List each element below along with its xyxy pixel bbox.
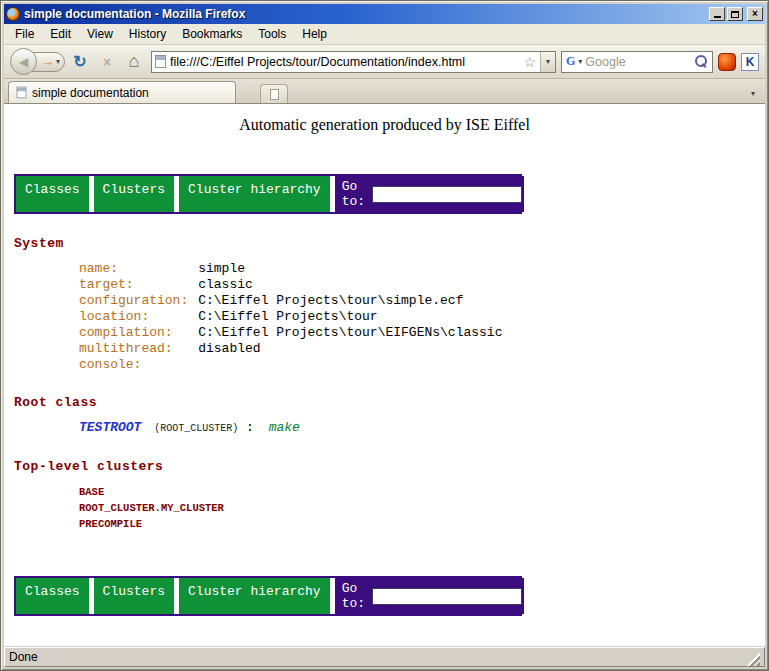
cluster-link-my-cluster[interactable]: ROOT_CLUSTER.MY_CLUSTER [79, 500, 765, 516]
root-feature-link[interactable]: make [269, 420, 300, 435]
table-row: target:classic [79, 277, 502, 293]
colon-separator: : [246, 420, 254, 435]
addon-red-icon[interactable] [718, 53, 736, 71]
home-icon: ⌂ [129, 51, 140, 72]
window-title: simple documentation - Mozilla Firefox [24, 7, 705, 21]
nav-cluster-hierarchy-button[interactable]: Cluster hierarchy [179, 578, 330, 614]
field-label: configuration: [79, 293, 198, 309]
menu-item-edit[interactable]: Edit [43, 25, 78, 43]
new-tab-icon [270, 89, 279, 100]
field-value: C:\Eiffel Projects\tour\EIFGENs\classic [198, 325, 502, 341]
nav-clusters-button[interactable]: Clusters [94, 578, 174, 614]
root-class-line: TESTROOT (ROOT_CLUSTER) : make [79, 420, 765, 437]
table-row: console: [79, 357, 502, 373]
field-value: C:\Eiffel Projects\tour [198, 309, 502, 325]
nav-cluster-hierarchy-button[interactable]: Cluster hierarchy [179, 176, 330, 212]
doc-navbar-bottom: Classes Clusters Cluster hierarchy Go to… [14, 576, 522, 616]
list-all-tabs-button[interactable]: ▾ [745, 83, 761, 103]
search-bar[interactable]: G ▾ Google [561, 51, 713, 73]
table-row: compilation:C:\Eiffel Projects\tour\EIFG… [79, 325, 502, 341]
resize-grip[interactable] [747, 653, 760, 666]
cluster-link-base[interactable]: BASE [79, 484, 765, 500]
cluster-list: BASE ROOT_CLUSTER.MY_CLUSTER PRECOMPILE [79, 484, 765, 532]
chevron-down-icon: ▾ [751, 89, 755, 98]
url-text[interactable]: file:///C:/Eiffel Projects/tour/Document… [166, 55, 521, 69]
firefox-window: simple documentation - Mozilla Firefox ×… [0, 0, 769, 671]
back-button[interactable]: ◀ [10, 48, 37, 75]
google-engine-icon[interactable]: G [566, 54, 575, 69]
search-placeholder[interactable]: Google [585, 55, 692, 69]
page-favicon-icon [155, 55, 166, 68]
field-label: location: [79, 309, 198, 325]
menu-item-view[interactable]: View [80, 25, 120, 43]
new-tab-button[interactable] [260, 84, 288, 103]
field-value: disabled [198, 341, 502, 357]
generated-by-line: -- Generated by ISE Eiffel -- [14, 644, 755, 646]
table-row: name:simple [79, 261, 502, 277]
goto-section: Go to: [335, 176, 524, 212]
status-text: Done [9, 650, 747, 664]
doc-navbar-top: Classes Clusters Cluster hierarchy Go to… [14, 174, 522, 214]
k-letter-icon: K [746, 55, 755, 69]
cluster-link-precompile[interactable]: PRECOMPILE [79, 516, 765, 532]
system-fields-table: name:simple target:classic configuration… [79, 261, 502, 373]
search-engine-dropdown-icon[interactable]: ▾ [578, 57, 582, 66]
goto-input[interactable] [372, 186, 522, 203]
menu-item-bookmarks[interactable]: Bookmarks [175, 25, 249, 43]
urlbar-dropdown-button[interactable]: ▾ [540, 52, 555, 72]
minimize-icon [714, 16, 721, 18]
browser-content: Automatic generation produced by ISE Eif… [4, 104, 765, 646]
navigation-toolbar: ◀ → ▾ ↻ × ⌂ file:///C:/Eiffel Projects/t… [4, 45, 765, 79]
field-label: console: [79, 357, 198, 373]
back-icon: ◀ [19, 55, 28, 69]
menu-item-history[interactable]: History [122, 25, 173, 43]
root-class-heading: Root class [14, 395, 765, 410]
field-label: compilation: [79, 325, 198, 341]
title-bar[interactable]: simple documentation - Mozilla Firefox × [4, 4, 765, 24]
addon-k-icon[interactable]: K [741, 53, 759, 71]
bookmark-star-icon[interactable]: ☆ [521, 54, 538, 70]
home-button[interactable]: ⌂ [122, 50, 146, 74]
nav-classes-button[interactable]: Classes [16, 176, 89, 212]
field-label: name: [79, 261, 198, 277]
chevron-down-icon: ▾ [546, 57, 550, 66]
field-label: multithread: [79, 341, 198, 357]
goto-label: Go to: [342, 179, 365, 209]
root-cluster-ref[interactable]: (ROOT_CLUSTER) [154, 423, 238, 434]
field-value: simple [198, 261, 502, 277]
nav-classes-button[interactable]: Classes [16, 578, 89, 614]
table-row: location:C:\Eiffel Projects\tour [79, 309, 502, 325]
back-forward-group: ◀ → ▾ [10, 48, 65, 75]
menu-item-file[interactable]: File [8, 25, 41, 43]
window-controls: × [709, 7, 763, 21]
tab-simple-documentation[interactable]: simple documentation [8, 81, 236, 103]
eiffel-doc-page: Automatic generation produced by ISE Eif… [4, 116, 765, 646]
reload-button[interactable]: ↻ [68, 50, 92, 74]
status-bar: Done [4, 647, 765, 667]
field-value [198, 357, 502, 373]
close-button[interactable]: × [747, 7, 763, 21]
field-label: target: [79, 277, 198, 293]
field-value: C:\Eiffel Projects\tour\simple.ecf [198, 293, 502, 309]
history-dropdown-icon: ▾ [56, 57, 60, 66]
root-class-link[interactable]: TESTROOT [79, 420, 141, 435]
tab-favicon-icon [17, 87, 27, 99]
address-bar[interactable]: file:///C:/Eiffel Projects/tour/Document… [151, 51, 556, 73]
nav-clusters-button[interactable]: Clusters [94, 176, 174, 212]
stop-button[interactable]: × [95, 50, 119, 74]
menu-item-help[interactable]: Help [295, 25, 334, 43]
goto-input[interactable] [372, 588, 522, 605]
maximize-icon [731, 11, 739, 18]
clusters-heading: Top-level clusters [14, 459, 765, 474]
tab-strip: simple documentation ▾ [4, 79, 765, 104]
reload-icon: ↻ [73, 52, 86, 71]
forward-icon: → [41, 54, 54, 69]
search-icon[interactable] [695, 55, 708, 68]
minimize-button[interactable] [709, 7, 725, 21]
tab-label: simple documentation [32, 86, 149, 100]
menu-item-tools[interactable]: Tools [251, 25, 293, 43]
table-row: multithread:disabled [79, 341, 502, 357]
goto-label: Go to: [342, 581, 365, 611]
maximize-button[interactable] [727, 7, 743, 21]
menu-bar: File Edit View History Bookmarks Tools H… [4, 24, 765, 45]
